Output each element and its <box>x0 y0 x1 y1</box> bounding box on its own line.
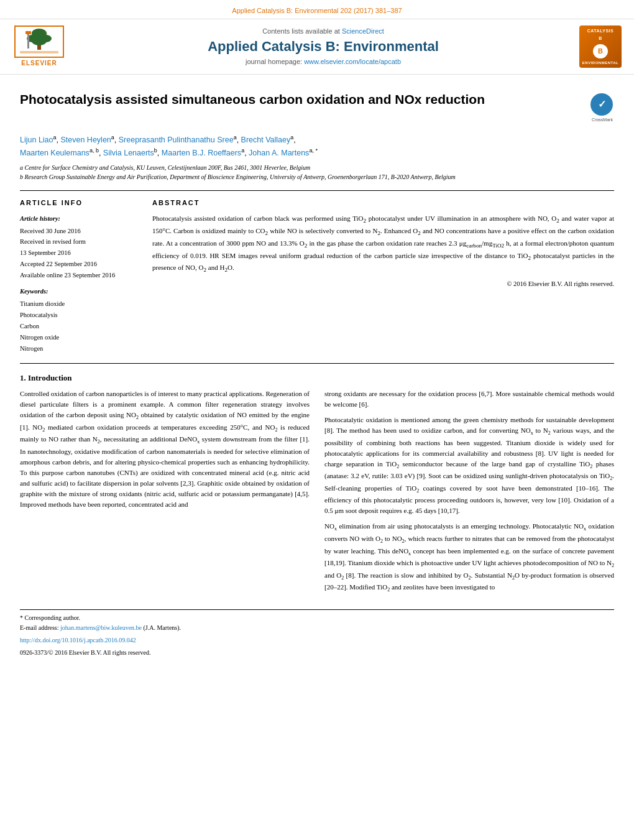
author-4: Brecht Vallaey <box>241 136 291 144</box>
section-1-title: 1. Introduction <box>20 372 614 384</box>
crossmark-badge: ✓ CrossMark <box>590 93 614 123</box>
top-bar: Applied Catalysis B: Environmental 202 (… <box>0 0 634 19</box>
email-line: E-mail address: johan.martens@biw.kuleuv… <box>20 624 614 632</box>
journal-citation: Applied Catalysis B: Environmental 202 (… <box>232 7 402 14</box>
header-center: Contents lists available at ScienceDirec… <box>67 27 579 67</box>
keyword-3: Carbon <box>20 321 135 332</box>
intro-p2: strong oxidants are necessary for the ox… <box>324 389 614 410</box>
issn-line: 0926-3373/© 2016 Elsevier B.V. All right… <box>20 648 614 657</box>
author-1: Lijun Liao <box>20 136 53 144</box>
article-history: Article history: Received 30 June 2016 R… <box>20 213 135 281</box>
author-3: Sreeprasanth Pulinthanathu Sree <box>119 136 234 144</box>
divider-2 <box>20 363 614 364</box>
history-label: Article history: <box>20 213 135 224</box>
abstract-col: ABSTRACT Photocatalysis assisted oxidati… <box>152 198 614 354</box>
content-area: Photocatalysis assisted simultaneous car… <box>0 75 634 668</box>
svg-point-6 <box>32 37 47 45</box>
body-columns: Controlled oxidation of carbon nanoparti… <box>20 389 614 599</box>
article-info-abstract: ARTICLE INFO Article history: Received 3… <box>20 198 614 354</box>
elsevier-logo-box <box>14 25 64 58</box>
intro-p4: NOx elimination from air using photocata… <box>324 521 614 594</box>
corresponding-email[interactable]: johan.martens@biw.kuleuven.be <box>60 624 142 631</box>
svg-rect-9 <box>20 51 58 53</box>
contents-line: Contents lists available at ScienceDirec… <box>80 27 567 36</box>
article-title: Photocatalysis assisted simultaneous car… <box>20 91 590 108</box>
article-info-label: ARTICLE INFO <box>20 198 135 208</box>
sciencedirect-link[interactable]: ScienceDirect <box>342 27 384 35</box>
doi-link[interactable]: http://dx.doi.org/10.1016/j.apcatb.2016.… <box>20 637 136 644</box>
elsevier-logo: ELSEVIER <box>11 25 67 68</box>
crossmark-icon: ✓ <box>590 93 613 116</box>
body-col-right: strong oxidants are necessary for the ox… <box>324 389 614 599</box>
intro-p3: Photocatalytic oxidation is mentioned am… <box>324 415 614 517</box>
available-date: Available online 23 September 2016 <box>20 270 135 281</box>
affiliations: a Centre for Surface Chemistry and Catal… <box>20 163 614 182</box>
article-info-col: ARTICLE INFO Article history: Received 3… <box>20 198 135 354</box>
corresponding-author-note: * Corresponding author. <box>20 614 614 622</box>
divider-1 <box>20 190 614 191</box>
author-6: Silvia Lenaerts <box>103 149 154 157</box>
elsevier-label: ELSEVIER <box>21 59 57 68</box>
author-8: Johan A. Martens <box>249 149 309 157</box>
keyword-1: Titanium dioxide <box>20 298 135 310</box>
keywords-label: Keywords: <box>20 287 135 297</box>
catalysis-badge: CATALYSIS B B ENVIRONMENTAL <box>579 25 623 68</box>
authors-line: Lijun Liaoa, Steven Heylena, Sreeprasant… <box>20 133 614 159</box>
journal-homepage: journal homepage: www.elsevier.com/locat… <box>80 57 567 67</box>
svg-rect-7 <box>27 32 29 48</box>
abstract-text: Photocatalysis assisted oxidation of car… <box>152 213 614 275</box>
article-title-section: Photocatalysis assisted simultaneous car… <box>20 91 614 123</box>
svg-rect-8 <box>25 31 31 34</box>
keyword-5: Nitrogen <box>20 343 135 354</box>
footnote-area: * Corresponding author. E-mail address: … <box>20 609 614 632</box>
abstract-label: ABSTRACT <box>152 198 614 208</box>
journal-title: Applied Catalysis B: Environmental <box>80 39 567 55</box>
accepted-date: Accepted 22 September 2016 <box>20 259 135 270</box>
author-7: Maarten B.J. Roeffaers <box>162 149 241 157</box>
received-date: Received 30 June 2016 <box>20 226 135 237</box>
affiliation-b: b Research Group Sustainable Energy and … <box>20 172 614 182</box>
affiliation-a: a Centre for Surface Chemistry and Catal… <box>20 163 614 172</box>
received-revised-date: 13 September 2016 <box>20 247 135 259</box>
page-wrapper: Applied Catalysis B: Environmental 202 (… <box>0 0 634 668</box>
doi-area: http://dx.doi.org/10.1016/j.apcatb.2016.… <box>20 636 614 645</box>
journal-homepage-link[interactable]: www.elsevier.com/locate/apcatb <box>304 58 401 65</box>
header-area: ELSEVIER Contents lists available at Sci… <box>0 19 634 75</box>
keyword-4: Nitrogen oxide <box>20 332 135 343</box>
keyword-2: Photocatalysis <box>20 310 135 321</box>
catalysis-badge-box: CATALYSIS B B ENVIRONMENTAL <box>579 25 622 68</box>
abstract-copyright: © 2016 Elsevier B.V. All rights reserved… <box>152 280 614 289</box>
keywords-block: Keywords: Titanium dioxide Photocatalysi… <box>20 287 135 354</box>
received-revised-label: Received in revised form <box>20 236 135 247</box>
author-2: Steven Heylen <box>60 136 111 144</box>
body-col-left: Controlled oxidation of carbon nanoparti… <box>20 389 310 599</box>
author-5: Maarten Keulemans <box>20 149 90 157</box>
intro-p1: Controlled oxidation of carbon nanoparti… <box>20 389 310 510</box>
